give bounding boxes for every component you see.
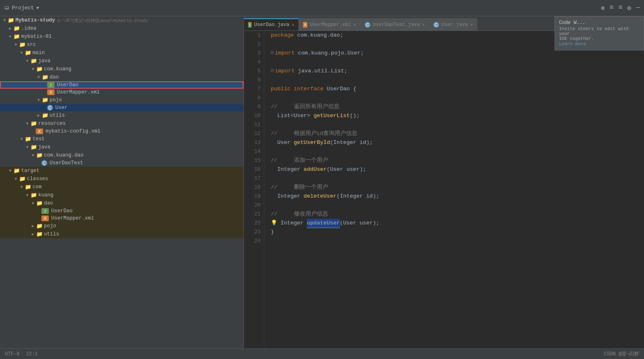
kw-package: package: [271, 31, 294, 40]
tree-item-test-com-kuang-dao[interactable]: ▼ 📁 com.kuang.dao: [0, 151, 244, 159]
tree-item-pojo-target[interactable]: ▶ 📁 pojo: [0, 222, 244, 230]
class-icon: C: [47, 105, 53, 111]
import-path2: java.util.: [295, 67, 331, 76]
tree-label-userdaotest: UserDaoTest: [49, 160, 83, 166]
expand-arrow-dao-target: ▼: [30, 201, 36, 206]
tree-item-usermapper-target[interactable]: ▶ X UserMapper.xml: [0, 215, 244, 222]
tree-item-target[interactable]: ▼ 📁 target: [0, 167, 244, 175]
tab-close-usermapper[interactable]: ✕: [353, 22, 356, 27]
dropdown-arrow[interactable]: ▼: [37, 6, 39, 11]
code-line-19: Integer deleteUser(Integer id);: [271, 192, 644, 201]
param-name-13: id);: [356, 138, 373, 147]
highlighted-method: updateUser: [307, 219, 340, 228]
param-user-22: user);: [356, 219, 379, 228]
tree-item-mybatis-01[interactable]: ▼ 📁 mybatis-01: [0, 33, 244, 41]
tree-item-userdaotest[interactable]: ▶ C UserDaoTest: [0, 159, 244, 167]
ln-24: 24: [244, 237, 261, 246]
class-list: List: [331, 67, 344, 76]
tree-item-mybatis-config[interactable]: ▶ X mybatis-config.xml: [0, 128, 244, 135]
code-line-21: // 修改用户信息: [271, 210, 644, 219]
code-line-24: [271, 237, 644, 246]
tab-usermapper-xml[interactable]: X UserMapper.xml ✕: [299, 18, 361, 30]
settings-icon[interactable]: ⚙: [627, 4, 631, 12]
tree-item-pojo[interactable]: ▼ 📁 pojo: [0, 96, 244, 104]
code-line-22: 💡Integer updateUser(User user);: [271, 219, 644, 228]
expand-icon[interactable]: ≡: [618, 4, 622, 12]
tab-user-java[interactable]: C User.java ✕: [429, 18, 477, 30]
expand-arrow-classes: ▼: [13, 177, 19, 181]
ln-11: 11: [244, 120, 261, 129]
semi2: ;: [344, 67, 347, 76]
kw-interface: interface: [294, 85, 324, 94]
tree-item-idea[interactable]: ▶ 📁 .idea: [0, 24, 244, 33]
code-line-8: [271, 94, 644, 102]
tree-item-comkuang[interactable]: ▼ 📁 com.kuang: [0, 65, 244, 73]
tree-item-userdao-target[interactable]: ▶ I UserDao: [0, 207, 244, 215]
tree-item-dao-target[interactable]: ▼ 📁 dao: [0, 199, 244, 207]
tree-item-classes[interactable]: ▼ 📁 classes: [0, 175, 244, 183]
resources-folder-icon: 📁: [30, 120, 37, 127]
method-deleteUser: deleteUser: [304, 192, 337, 201]
tab-bar: I UserDao.java ✕ X UserMapper.xml ✕ C Us…: [244, 16, 644, 31]
tree-item-usermapper[interactable]: ▶ X UserMapper.xml: [0, 89, 244, 96]
tree-item-resources[interactable]: ▼ 📁 resources: [0, 120, 244, 128]
expand-arrow-test: ▼: [19, 137, 24, 141]
tab-label-usermapper: UserMapper.xml: [310, 22, 351, 28]
tree-item-test-java[interactable]: ▼ 📁 java: [0, 143, 244, 151]
tree-item-userdao[interactable]: ▶ I UserDao: [0, 81, 244, 89]
tree-item-utils-target[interactable]: ▶ 📁 utils: [0, 230, 244, 238]
ln-23: 23: [244, 228, 261, 237]
tree-item-test[interactable]: ▼ 📁 test: [0, 135, 244, 143]
tab-close-userdaotest[interactable]: ✕: [422, 22, 425, 27]
tree-item-java[interactable]: ▼ 📁 java: [0, 57, 244, 65]
tree-item-mybatis-study[interactable]: ▼ 📁 Mybatis-study D:\学习笔记\狂神说Java\Mybati…: [0, 16, 244, 24]
tree-label-main: main: [32, 50, 45, 56]
tree-label-userdao: UserDao: [56, 82, 78, 88]
ln-3: 3: [244, 49, 261, 58]
java-folder-icon: 📁: [30, 58, 37, 64]
add-icon[interactable]: ⊕: [601, 4, 605, 12]
tree-item-kuang-target[interactable]: ▼ 📁 kuang: [0, 191, 244, 199]
space-16: [300, 165, 304, 174]
tab-userdaotest-java[interactable]: C UserDaoTest.java ✕: [361, 18, 429, 30]
tab-close-userdao[interactable]: ✕: [292, 22, 294, 28]
classes-folder-icon: 📁: [19, 176, 26, 182]
code-line-11: [271, 120, 644, 129]
code-editor: I UserDao.java ✕ X UserMapper.xml ✕ C Us…: [244, 16, 644, 348]
expand-arrow-idea: ▶: [7, 26, 13, 31]
fold-marker: ⊟: [271, 49, 274, 58]
tab-userdao-java[interactable]: I UserDao.java ✕: [244, 18, 299, 30]
tree-item-com-target[interactable]: ▼ 📁 com: [0, 183, 244, 191]
tree-label-resources: resources: [37, 121, 66, 126]
minimize-icon[interactable]: —: [636, 4, 640, 12]
tree-item-user[interactable]: ▶ C User: [0, 104, 244, 111]
main-folder-icon: 📁: [24, 50, 32, 56]
ln-12: 12: [244, 129, 261, 138]
tab-test-icon: C: [365, 22, 370, 28]
call-10: ();: [350, 111, 359, 120]
ln-4: 4: [244, 58, 261, 67]
tree-label-dao: dao: [49, 74, 59, 80]
kuang-target-icon: 📁: [30, 192, 37, 198]
expand-arrow-utils: ▶: [36, 113, 41, 118]
tree-item-dao[interactable]: ▼ 📁 dao: [0, 73, 244, 81]
tree-label-mybatis01: mybatis-01: [20, 34, 52, 39]
tab-class-icon: C: [433, 22, 439, 28]
tree-item-main[interactable]: ▼ 📁 main: [0, 49, 244, 57]
tree-item-utils[interactable]: ▶ 📁 utils: [0, 111, 244, 120]
tree-label: Mybatis-study: [15, 17, 55, 23]
tree-item-src[interactable]: ▼ 📁 src: [0, 41, 244, 49]
collapse-icon[interactable]: ≡: [610, 4, 614, 12]
tree-label-utils-target: utils: [43, 231, 59, 237]
tab-close-user[interactable]: ✕: [470, 22, 473, 27]
code-lines[interactable]: package com.kuang.dao; ⊟import com.kuang…: [264, 31, 644, 348]
tree-label-usermapper-target: UserMapper.xml: [50, 215, 94, 221]
code-line-13: User getUserById(Integer id);: [271, 138, 644, 147]
expand-arrow-utils-target: ▶: [30, 232, 36, 237]
test-java-folder-icon: 📁: [30, 144, 37, 150]
ln-2: 2: [244, 40, 261, 49]
tab-xml-icon: X: [303, 22, 307, 28]
status-info: UTF-8: [5, 351, 20, 357]
notification-learn-link[interactable]: Learn more: [559, 41, 586, 46]
code-line-14: [271, 147, 644, 156]
